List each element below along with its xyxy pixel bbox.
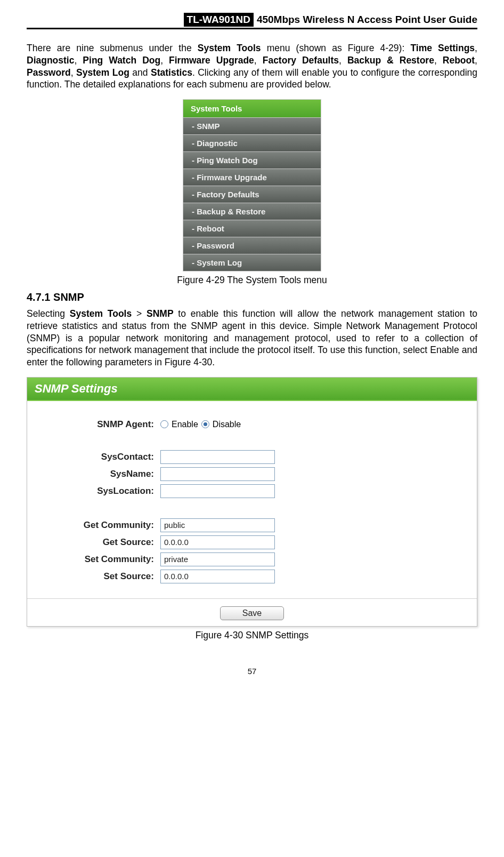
page-number: 57 xyxy=(27,667,477,676)
getcommunity-input[interactable] xyxy=(160,518,275,532)
row-setcommunity: Set Community: xyxy=(38,552,466,566)
snmp-agent-options: Enable Disable xyxy=(160,420,466,429)
setcommunity-input[interactable] xyxy=(160,552,275,566)
menu-figure-wrap: System Tools - SNMP - Diagnostic - Ping … xyxy=(27,99,477,271)
row-getcommunity: Get Community: xyxy=(38,518,466,532)
sysname-label: SysName: xyxy=(38,469,160,479)
page-header: TL-WA901ND 450Mbps Wireless N Access Poi… xyxy=(27,13,477,29)
getsource-input[interactable] xyxy=(160,535,275,549)
row-setsource: Set Source: xyxy=(38,570,466,583)
snmp-panel-title: SNMP Settings xyxy=(27,378,477,401)
snmp-agent-label: SNMP Agent: xyxy=(38,419,160,430)
section-heading-snmp: 4.7.1 SNMP xyxy=(27,291,477,303)
syslocation-input[interactable] xyxy=(160,484,275,498)
menu-item-password[interactable]: - Password xyxy=(183,237,321,254)
save-button[interactable]: Save xyxy=(220,606,284,620)
row-getsource: Get Source: xyxy=(38,535,466,549)
menu-header[interactable]: System Tools xyxy=(183,100,321,118)
row-sysname: SysName: xyxy=(38,467,466,481)
row-snmp-agent: SNMP Agent: Enable Disable xyxy=(38,419,466,430)
row-syslocation: SysLocation: xyxy=(38,484,466,498)
menu-item-snmp[interactable]: - SNMP xyxy=(183,118,321,135)
menu-item-backup-restore[interactable]: - Backup & Restore xyxy=(183,203,321,220)
setsource-label: Set Source: xyxy=(38,571,160,582)
sysname-input[interactable] xyxy=(160,467,275,481)
guide-title: 450Mbps Wireless N Access Point User Gui… xyxy=(257,14,477,26)
menu-item-factory-defaults[interactable]: - Factory Defaults xyxy=(183,186,321,203)
getcommunity-label: Get Community: xyxy=(38,520,160,531)
menu-item-firmware-upgrade[interactable]: - Firmware Upgrade xyxy=(183,169,321,186)
figure-4-29-caption: Figure 4-29 The System Tools menu xyxy=(27,275,477,286)
radio-disable[interactable] xyxy=(201,420,209,428)
model-badge: TL-WA901ND xyxy=(184,13,254,27)
snmp-panel-body: SNMP Agent: Enable Disable SysContact: S… xyxy=(27,410,477,591)
menu-item-reboot[interactable]: - Reboot xyxy=(183,220,321,237)
radio-enable[interactable] xyxy=(160,420,168,428)
radio-enable-label: Enable xyxy=(172,420,198,429)
spacer xyxy=(38,501,466,515)
setcommunity-label: Set Community: xyxy=(38,554,160,565)
syslocation-label: SysLocation: xyxy=(38,486,160,496)
menu-item-ping-watch-dog[interactable]: - Ping Watch Dog xyxy=(183,152,321,169)
menu-item-system-log[interactable]: - System Log xyxy=(183,254,321,271)
row-syscontact: SysContact: xyxy=(38,450,466,464)
snmp-intro-paragraph: Selecting System Tools > SNMP to enable … xyxy=(27,308,477,369)
page: TL-WA901ND 450Mbps Wireless N Access Poi… xyxy=(0,0,504,697)
intro-paragraph: There are nine submenus under the System… xyxy=(27,42,477,91)
snmp-settings-panel: SNMP Settings SNMP Agent: Enable Disable… xyxy=(27,377,477,627)
menu-item-diagnostic[interactable]: - Diagnostic xyxy=(183,135,321,152)
snmp-footer: Save xyxy=(27,598,477,626)
system-tools-menu: System Tools - SNMP - Diagnostic - Ping … xyxy=(183,99,321,271)
figure-4-30-caption: Figure 4-30 SNMP Settings xyxy=(27,630,477,641)
spacer xyxy=(38,433,466,447)
radio-disable-label: Disable xyxy=(213,420,241,429)
syscontact-label: SysContact: xyxy=(38,452,160,462)
syscontact-input[interactable] xyxy=(160,450,275,464)
getsource-label: Get Source: xyxy=(38,537,160,548)
setsource-input[interactable] xyxy=(160,570,275,583)
snmp-settings-figure: SNMP Settings SNMP Agent: Enable Disable… xyxy=(27,377,477,627)
